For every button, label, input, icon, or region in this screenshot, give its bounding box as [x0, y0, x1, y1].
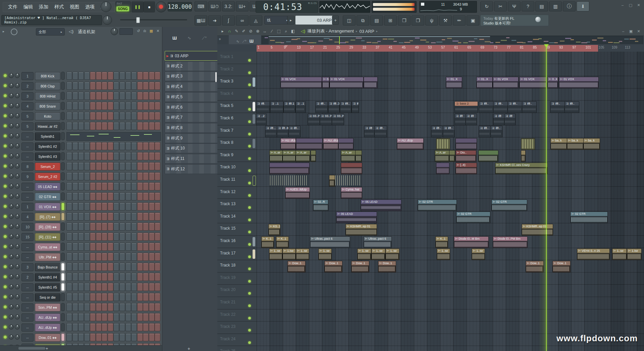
channel-pan-knob[interactable]: [9, 83, 14, 88]
step-cell[interactable]: [113, 202, 119, 211]
step-cell[interactable]: [149, 233, 155, 241]
step-cell[interactable]: [90, 223, 96, 231]
step-cell[interactable]: [137, 162, 143, 170]
step-cell[interactable]: [143, 152, 149, 160]
step-cell[interactable]: [149, 313, 155, 321]
step-cell[interactable]: [102, 152, 107, 160]
step-cell[interactable]: [108, 233, 113, 241]
channel-select-strip[interactable]: [61, 253, 65, 261]
step-cell[interactable]: [137, 152, 143, 160]
step-cell[interactable]: [143, 213, 149, 221]
channel-button-hawai--ar--2[interactable]: Hawai..ar #2: [35, 122, 60, 130]
step-cell[interactable]: [113, 263, 119, 271]
channel-button-cyma--at[interactable]: Cyma..at◆◆: [35, 243, 60, 251]
step-cell[interactable]: [72, 253, 78, 261]
channel-button-02-gtr[interactable]: 02 GTR◆◆: [35, 193, 60, 201]
cart-icon[interactable]: ▣: [467, 15, 479, 25]
step-cell[interactable]: [90, 233, 96, 241]
channel-pan-knob[interactable]: [9, 274, 14, 279]
channel-button-808-snare[interactable]: 808 Snare: [35, 102, 60, 110]
step-cell[interactable]: [155, 243, 160, 251]
step-cell[interactable]: [125, 253, 131, 261]
step-cell[interactable]: [143, 192, 149, 200]
channel-button--r----7-[interactable]: [R]..(7)◆◆: [35, 213, 60, 221]
step-cell[interactable]: [90, 102, 96, 110]
channel-volume-knob[interactable]: [15, 224, 20, 229]
step-cell[interactable]: [78, 213, 84, 221]
channel-button-dow--01[interactable]: Dow..01◆◆: [35, 334, 60, 342]
step-cell[interactable]: [78, 293, 84, 301]
step-cell[interactable]: [96, 233, 102, 241]
step-cell[interactable]: [90, 273, 96, 281]
step-cell[interactable]: [78, 162, 84, 170]
step-cell[interactable]: [102, 112, 107, 120]
step-cell[interactable]: [84, 323, 90, 331]
track-mute-led[interactable]: [248, 219, 251, 221]
step-cell[interactable]: [149, 263, 155, 271]
playlist-minimap[interactable]: [262, 36, 643, 45]
step-cell[interactable]: [137, 323, 143, 331]
step-cell[interactable]: [155, 192, 160, 200]
metronome-icon[interactable]: ◬: [250, 15, 262, 25]
channel-number[interactable]: --: [21, 293, 34, 301]
step-cell[interactable]: [90, 293, 96, 301]
step-cell[interactable]: [125, 142, 131, 150]
pattern-item-8[interactable]: ヨ样式 8: [165, 123, 218, 133]
step-cell[interactable]: [84, 192, 90, 200]
slide-icon[interactable]: ʃ: [222, 15, 235, 25]
step-cell[interactable]: [113, 92, 119, 100]
brush-small-icon[interactable]: ✏: [453, 15, 466, 25]
step-cell[interactable]: [113, 243, 119, 251]
channel-pan-knob[interactable]: [9, 234, 14, 239]
channel-volume-knob[interactable]: [15, 254, 20, 259]
magnet-icon[interactable]: ∩: [226, 28, 233, 34]
track-indicator-strip[interactable]: [253, 114, 255, 124]
step-cell[interactable]: [143, 102, 149, 110]
download-icon[interactable]: ⬇: [577, 1, 589, 11]
step-cell[interactable]: [149, 223, 155, 231]
track-label-22[interactable]: Track 22: [220, 312, 235, 317]
pattern-item-11[interactable]: ヨ样式 11: [165, 154, 218, 164]
cpu-memory-panel[interactable]: 11 3043 MB 9: [419, 1, 477, 13]
step-cell[interactable]: [113, 142, 119, 150]
track-mute-led[interactable]: [248, 268, 251, 270]
step-cell[interactable]: [125, 223, 131, 231]
channel-pan-knob[interactable]: [9, 314, 14, 319]
master-pitch-knob[interactable]: [103, 15, 112, 25]
channel-number[interactable]: --: [21, 283, 34, 291]
channel-volume-knob[interactable]: [15, 174, 20, 179]
step-cell[interactable]: [102, 273, 107, 281]
step-cell[interactable]: [108, 72, 113, 80]
step-cell[interactable]: [66, 82, 72, 90]
step-cell[interactable]: [66, 72, 72, 80]
channel-button-808-clap[interactable]: 808 Clap: [35, 82, 60, 90]
step-cell[interactable]: [119, 102, 125, 110]
step-cell[interactable]: [102, 192, 107, 200]
channel-volume-knob[interactable]: [15, 234, 20, 239]
step-cell[interactable]: [155, 253, 160, 261]
step-cell[interactable]: [72, 92, 78, 100]
step-cell[interactable]: [72, 233, 78, 241]
step-cell[interactable]: [72, 102, 78, 110]
dual-grid-icon[interactable]: ⊞: [384, 15, 397, 25]
step-cell[interactable]: [125, 303, 131, 311]
add-track-icon[interactable]: +: [219, 37, 221, 42]
channel-select-strip[interactable]: [61, 283, 65, 291]
channel-button--r----11-[interactable]: [R]..(11)◆◆: [35, 233, 60, 241]
channel-select-strip[interactable]: [61, 243, 65, 251]
pattern-play-icon[interactable]: ▸: [287, 16, 294, 24]
playback-tool-icon[interactable]: ◧: [290, 28, 296, 34]
step-cell[interactable]: [125, 152, 131, 160]
step-cell[interactable]: [131, 142, 137, 150]
step-cell[interactable]: [102, 213, 107, 221]
step-cell[interactable]: [90, 92, 96, 100]
pattern-item-9[interactable]: ヨ样式 9: [165, 133, 218, 143]
step-cell[interactable]: [108, 152, 113, 160]
step-cell[interactable]: [96, 112, 102, 120]
step-cell[interactable]: [125, 243, 131, 251]
step-cell[interactable]: [119, 303, 125, 311]
step-cell[interactable]: [72, 273, 78, 281]
step-cell[interactable]: [78, 102, 84, 110]
step-cell[interactable]: [143, 72, 149, 80]
channel-led[interactable]: [3, 305, 7, 309]
